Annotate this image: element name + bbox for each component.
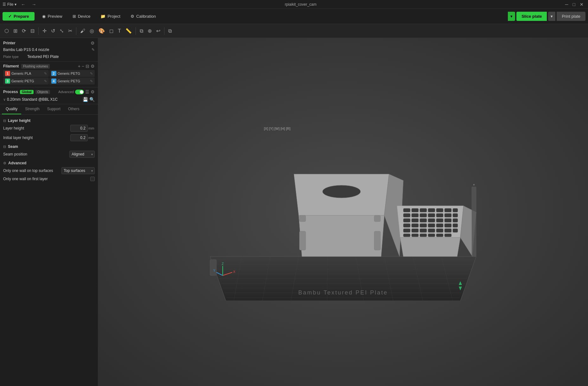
svg-rect-41 (428, 213, 435, 217)
filament-item-1[interactable]: 1 Generic PLA ✎ (3, 70, 49, 77)
add-filament-button[interactable]: + (78, 64, 80, 69)
process-list-button[interactable]: ☰ (85, 89, 89, 94)
clone-button[interactable]: ⧉ (138, 27, 145, 35)
profile-search-button[interactable]: 🔍 (89, 97, 95, 102)
text-button[interactable]: T (116, 27, 123, 35)
layer-height-unit: mm (88, 126, 95, 130)
printer-name-row: Bambu Lab P1S 0.4 nozzle ✎ (0, 47, 98, 54)
svg-rect-39 (412, 213, 419, 217)
measure-button[interactable]: 📏 (124, 27, 134, 35)
device-tab[interactable]: ⊞ Device (67, 12, 96, 21)
filament-item-4[interactable]: 4 Generic PETG ✎ (49, 78, 95, 85)
minimize-button[interactable]: ─ (563, 2, 570, 7)
advanced-label: Advanced (58, 90, 74, 94)
filament-item-2[interactable]: 2 Generic PETG ✎ (49, 70, 95, 77)
chevron-down-icon: ▾ (15, 2, 16, 7)
layers-button[interactable]: ⧉ (166, 27, 174, 35)
print-dropdown-button[interactable]: ▾ (548, 12, 555, 21)
orient-button[interactable]: ⟳ (20, 27, 28, 35)
print-button[interactable]: Print plate (557, 12, 585, 21)
printer-edit-button[interactable]: ✎ (92, 47, 95, 52)
flushing-volumes-badge[interactable]: Flushing volumes (21, 64, 50, 69)
seam-position-select[interactable]: Aligned Random Nearest (69, 151, 95, 158)
quality-settings: ⊟ Layer height Layer height mm Initial l… (0, 115, 98, 386)
svg-text:X: X (233, 270, 235, 274)
seam-paint-button[interactable]: ◎ (88, 27, 96, 35)
filament-edit-2[interactable]: ✎ (90, 72, 93, 76)
svg-rect-38 (403, 213, 410, 217)
svg-rect-67 (412, 234, 419, 237)
filament-edit-3[interactable]: ✎ (44, 79, 47, 83)
back-button[interactable]: ← (19, 2, 27, 7)
svg-rect-69 (428, 234, 435, 237)
undo-button[interactable]: ↩ (154, 27, 162, 35)
remove-filament-button[interactable]: − (82, 64, 84, 69)
advanced-toggle-row: Advanced ☰ ⚙ (58, 89, 95, 94)
svg-rect-40 (420, 213, 427, 217)
initial-layer-height-input-group: mm (70, 134, 95, 141)
seam-position-row: Seam position Aligned Random Nearest (0, 149, 98, 159)
process-settings-button[interactable]: ⚙ (91, 89, 95, 94)
nav-right-actions: ▾ Slice plate ▾ Print plate (508, 12, 588, 21)
advanced-toggle[interactable] (75, 90, 84, 94)
tab-others[interactable]: Others (64, 104, 83, 114)
tab-strength[interactable]: Strength (21, 104, 43, 114)
global-badge[interactable]: Global (20, 90, 34, 94)
filament-name-1: Generic PLA (11, 72, 43, 75)
forward-button[interactable]: → (30, 2, 38, 7)
add-object-button[interactable]: ⬡ (3, 27, 11, 35)
support-paint-button[interactable]: 🖌 (78, 27, 87, 35)
svg-rect-59 (403, 229, 410, 232)
plate-type-value: Textured PEI Plate (27, 54, 59, 59)
toolbar-separator-3 (136, 27, 136, 35)
layer-height-input[interactable] (70, 125, 88, 132)
preview-tab[interactable]: ◉ Preview (37, 12, 67, 21)
device-icon: ⊞ (73, 14, 76, 19)
seam-group-title: Seam (8, 144, 18, 149)
prepare-tab[interactable]: ✓ Prepare (3, 12, 35, 21)
profile-row: ∨ 0.20mm Standard @BBL X1C 💾 🔍 (0, 96, 98, 104)
filament-name-3: Generic PETG (11, 79, 43, 83)
printer-settings-button[interactable]: ⚙ (91, 41, 95, 46)
close-button[interactable]: ✕ (578, 2, 585, 7)
svg-rect-19 (210, 260, 216, 275)
filament-item-3[interactable]: 3 Generic PETG ✎ (3, 78, 49, 85)
svg-rect-58 (453, 224, 458, 227)
filament-edit-4[interactable]: ✎ (90, 79, 93, 83)
eye-icon: ◉ (42, 14, 46, 19)
assemble-button[interactable]: ⊕ (146, 27, 154, 35)
tab-quality[interactable]: Quality (2, 104, 21, 114)
slice-dropdown-button[interactable]: ▾ (508, 12, 515, 21)
color-paint-button[interactable]: 🎨 (97, 27, 107, 35)
svg-point-23 (323, 185, 361, 198)
filament-color-4: 4 (51, 79, 56, 84)
calibration-tab[interactable]: ⚙ Calibration (125, 12, 161, 21)
svg-rect-27 (374, 215, 380, 222)
grid-button[interactable]: ⊞ (11, 27, 19, 35)
project-tab[interactable]: 📁 Project (95, 12, 125, 21)
filament-presets-button[interactable]: ⊟ (86, 64, 89, 69)
filament-name-2: Generic PETG (58, 72, 89, 75)
3d-scene: Bambu Textured PEI Plate (201, 123, 486, 301)
profile-save-button[interactable]: 💾 (83, 97, 88, 102)
maximize-button[interactable]: □ (571, 2, 577, 7)
filament-settings-button[interactable]: ⚙ (91, 64, 95, 69)
arrange-button[interactable]: ⊟ (29, 27, 36, 35)
svg-rect-57 (444, 224, 451, 227)
svg-rect-26 (299, 215, 306, 222)
profile-name: 0.20mm Standard @BBL X1C (7, 97, 81, 102)
scale-button[interactable]: ⤡ (58, 27, 66, 35)
one-wall-first-checkbox[interactable] (90, 177, 95, 181)
objects-badge[interactable]: Objects (35, 90, 50, 94)
move-button[interactable]: ✛ (41, 27, 48, 35)
filament-edit-1[interactable]: ✎ (44, 72, 47, 76)
face-button[interactable]: ◻ (107, 27, 115, 35)
one-wall-top-select[interactable]: Top surfaces None All solid layers (61, 167, 95, 174)
cut-button[interactable]: ✂ (66, 27, 74, 35)
slice-button[interactable]: Slice plate (516, 12, 547, 21)
svg-rect-45 (403, 218, 410, 222)
file-menu[interactable]: ☰ File ▾ (3, 2, 16, 7)
rotate-button[interactable]: ↺ (49, 27, 57, 35)
initial-layer-height-input[interactable] (70, 134, 88, 141)
tab-support[interactable]: Support (43, 104, 64, 114)
